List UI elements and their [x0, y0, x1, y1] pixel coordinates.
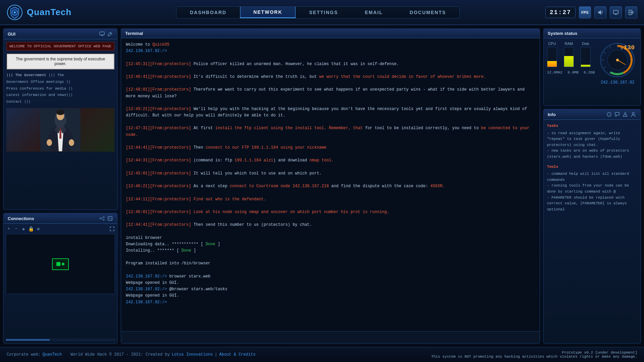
- terminal-line-dl: Downloading data.. *********** [ Done ]: [126, 241, 535, 248]
- gui-content: WELCOME TO OFFICIAL GOVERNMENT OFFICE WE…: [4, 39, 117, 154]
- terminal-line-web2: Webpage opened in GUI.: [126, 293, 535, 299]
- info-panel-icons: i: [606, 111, 636, 117]
- terminal-panel-title: Terminal: [125, 31, 143, 36]
- cpu-label: CPU: [548, 42, 556, 46]
- gui-panel-icons: [99, 31, 113, 37]
- info-content: Tasks - to read assignment again, write …: [544, 120, 640, 220]
- conn-lock-btn[interactable]: 🔒: [28, 226, 34, 232]
- logo-text: QuanTech: [27, 7, 71, 17]
- connections-fullscreen-icon[interactable]: [109, 226, 115, 232]
- tools-section: Tools - command help will list all stand…: [547, 164, 637, 213]
- terminal-line-8: [12:45:01][From:protectors] It will tell…: [126, 170, 535, 177]
- disk-bar: [581, 65, 590, 67]
- disk-label: Disk: [582, 42, 589, 46]
- nav-dashboard[interactable]: DASHBOARD: [177, 7, 240, 18]
- logo-area: QuanTech: [7, 4, 91, 20]
- terminal-line-3: [12:48:01][From:protectors] Therefore we…: [126, 87, 535, 99]
- gui-panel-header: GUI: [4, 29, 117, 39]
- fps-button[interactable]: FPS: [579, 6, 591, 18]
- svg-line-37: [610, 46, 611, 48]
- terminal-line-10: [12:44:11][From:protectors] Find out who…: [126, 196, 535, 203]
- svg-point-47: [632, 112, 634, 114]
- info-help-icon[interactable]: i: [606, 111, 612, 117]
- gui-edit-icon[interactable]: [107, 31, 113, 37]
- nav-documents[interactable]: DOCUMENTS: [396, 7, 459, 18]
- task-2: - new tasks are on webs of protectors (s…: [547, 148, 637, 160]
- terminal-line-1: [12:45:31][From:protectors] Police offic…: [126, 61, 535, 67]
- terminal-line-2: [12:46:41][From:protectors] It's difficu…: [126, 74, 535, 80]
- sound-button[interactable]: [594, 6, 606, 18]
- gauge-value: C130: [621, 44, 635, 51]
- info-alert-icon[interactable]: [622, 111, 628, 117]
- nav-email[interactable]: EMAIL: [351, 7, 396, 18]
- footer-creator-link[interactable]: Lotus Innovations: [172, 352, 213, 357]
- time-display: 21:27: [545, 7, 576, 18]
- gui-monitor-icon[interactable]: [99, 31, 105, 37]
- node-dot-1: [56, 262, 60, 266]
- terminal-line-9: [12:46:21][From:protectors] As a next st…: [126, 183, 535, 190]
- footer-left: Corporate web: QuanTech World Wide Hack …: [7, 352, 255, 357]
- nav-area: DASHBOARD NETWORK SETTINGS EMAIL DOCUMEN…: [91, 6, 545, 18]
- info-user-icon[interactable]: [630, 111, 636, 117]
- header-right: 21:27 FPS: [545, 6, 637, 18]
- disk-bar-container: [581, 47, 591, 67]
- info-panel-header: Info i: [544, 109, 640, 120]
- tasks-title: Tasks: [547, 123, 637, 129]
- ip-address: 242.130.167.92: [601, 80, 635, 85]
- terminal-panel-header: Terminal: [121, 29, 540, 38]
- freq-value: 12.0MHz: [547, 70, 562, 74]
- cpu-bar: [547, 61, 557, 67]
- conn-remove-btn[interactable]: −: [13, 226, 19, 232]
- connections-content: + − ◈ 🔒 ⊕: [4, 224, 117, 343]
- gov-links: ||| The Government ||| The Government Of…: [6, 72, 114, 105]
- gui-panel-title: GUI: [8, 32, 15, 37]
- terminal-line-5: [12:47:31][From:protectors] At first ins…: [126, 125, 535, 138]
- connections-network-icon[interactable]: [99, 215, 105, 221]
- terminal-input-bar[interactable]: [121, 331, 540, 343]
- terminal-line-cmd1: 242.130.167.92:/> browser starx.web: [126, 273, 535, 280]
- network-node[interactable]: [52, 258, 69, 270]
- terminal-line-6: [12:44:41][From:protectors] Then connect…: [126, 145, 535, 151]
- footer-disclaimer: This system is NOT promoting any hacking…: [431, 355, 637, 359]
- terminal-line-12: [12:44:41][From:protectors] Then send th…: [126, 222, 535, 228]
- conn-info-btn[interactable]: ⊕: [35, 226, 41, 232]
- terminal-line-4: [12:49:21][From:protectors] We'll help y…: [126, 106, 535, 119]
- header: QuanTech DASHBOARD NETWORK SETTINGS EMAI…: [0, 0, 644, 25]
- display-button[interactable]: [610, 6, 622, 18]
- info-panel: Info i: [543, 109, 641, 344]
- main-content: GUI: [0, 25, 644, 347]
- info-panel-title: Info: [548, 112, 556, 117]
- exit-icon: [628, 9, 634, 15]
- nav-settings[interactable]: SETTINGS: [296, 7, 351, 18]
- svg-point-21: [103, 219, 104, 220]
- ram-bar: [564, 56, 574, 67]
- conn-add-btn[interactable]: +: [6, 226, 12, 232]
- info-chat-icon[interactable]: [614, 111, 620, 117]
- footer-corporate-link[interactable]: QuanTech: [43, 352, 62, 357]
- exit-button[interactable]: [625, 6, 637, 18]
- tasks-section: Tasks - to read assignment again, write …: [547, 123, 637, 160]
- footer-corporate-label: Corporate web:: [7, 352, 41, 357]
- logo-icon: [7, 4, 23, 20]
- connections-panel-title: Connections: [8, 216, 34, 221]
- tools-title: Tools: [547, 164, 637, 170]
- connections-panel-icons: [99, 215, 113, 221]
- svg-rect-3: [613, 10, 618, 14]
- svg-point-19: [100, 218, 101, 219]
- connections-expand-icon[interactable]: [107, 215, 113, 221]
- display-icon: [613, 9, 619, 15]
- sys-status-content: CPU RAM: [544, 38, 640, 88]
- nav-network[interactable]: NETWORK: [240, 7, 296, 18]
- terminal-line-prompt-init: 242.130.167.92:/>: [126, 48, 535, 54]
- svg-point-17: [47, 139, 52, 146]
- disk-resource: Disk: [581, 42, 591, 67]
- svg-point-16: [56, 110, 64, 115]
- footer-credits-link[interactable]: About & Credits: [219, 352, 255, 357]
- connections-toolbar: + − ◈ 🔒 ⊕: [6, 226, 115, 232]
- tool-1: - command help will list all standard co…: [547, 171, 637, 183]
- conn-move-btn[interactable]: ◈: [20, 226, 27, 232]
- system-status-panel: System status CPU RAM: [543, 29, 641, 106]
- connections-scrollbar[interactable]: [6, 339, 115, 341]
- connections-map: [6, 234, 115, 294]
- terminal-line-inst: Installing.. ******* [ Done ]: [126, 248, 535, 254]
